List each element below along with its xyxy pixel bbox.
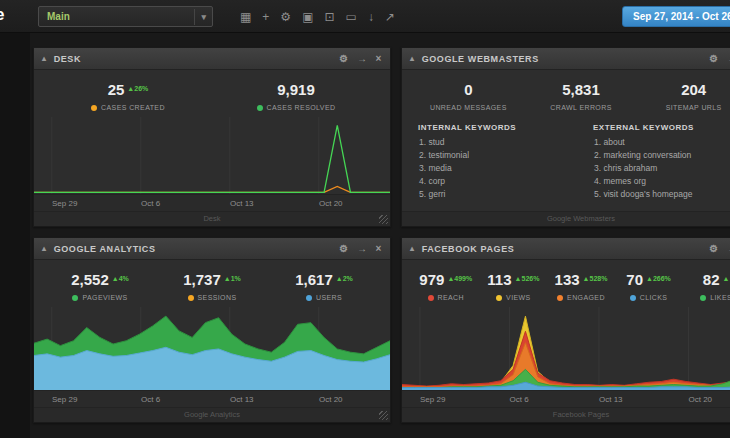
stat-cases-created: 25▲26% CASES CREATED xyxy=(44,81,212,111)
collapse-icon[interactable]: ▴ xyxy=(410,244,415,253)
x-tick: Sep 29 xyxy=(402,395,492,404)
stat-value: 82 xyxy=(703,271,720,288)
widget-header-webmasters[interactable]: ▴ GOOGLE WEBMASTERS ⚙ → × xyxy=(402,48,730,70)
widget-header-analytics[interactable]: ▴ GOOGLE ANALYTICS ⚙ → × xyxy=(34,238,390,260)
stat-clicks: 70▲266% CLICKS xyxy=(615,271,683,301)
widget-header-desk[interactable]: ▴ DESK ⚙ → × xyxy=(34,48,390,70)
stat-label: PAGEVIEWS xyxy=(82,294,127,301)
stat-value: 204 xyxy=(681,81,706,98)
stat-value: 113 xyxy=(487,271,511,288)
stat-change: ▲266% xyxy=(646,275,671,282)
resize-handle[interactable] xyxy=(379,215,388,224)
x-tick: Oct 13 xyxy=(581,395,671,404)
external-keywords-title: EXTERNAL KEYWORDS xyxy=(593,123,730,132)
widget-settings-icon[interactable]: ⚙ xyxy=(339,243,349,254)
stat-label: CASES RESOLVED xyxy=(267,104,336,111)
stats-row: 979▲499% REACH 113▲526% VIEWS 133▲528% E… xyxy=(402,260,730,307)
x-axis: Sep 29 Oct 6 Oct 13 Oct 20 xyxy=(34,390,390,407)
widget-header-facebook[interactable]: ▴ FACEBOOK PAGES ⚙ → × xyxy=(402,238,730,260)
image-export-icon[interactable]: ▣ xyxy=(302,11,313,23)
keyword-item: gerri xyxy=(419,189,569,199)
legend-dot xyxy=(700,295,706,301)
stat-cases-resolved: 9,919 CASES RESOLVED xyxy=(212,81,380,111)
stat-value: 1,617 xyxy=(295,271,333,288)
x-tick: Sep 29 xyxy=(34,395,123,404)
collapse-icon[interactable]: ▴ xyxy=(42,244,47,253)
widget-settings-icon[interactable]: ⚙ xyxy=(339,53,349,64)
topbar: e Main ▾ ▦ + ⚙ ▣ ⊡ ▭ ↓ ↗ Sep 27, 2014 - … xyxy=(0,0,730,33)
widget-footer: Desk xyxy=(34,211,390,226)
keyword-item: chris abraham xyxy=(594,163,730,173)
stat-sessions: 1,737▲1% SESSIONS xyxy=(156,271,268,301)
dashboard-select[interactable]: Main ▾ xyxy=(38,6,213,27)
stat-label: USERS xyxy=(316,294,342,301)
add-widget-icon[interactable]: + xyxy=(262,11,269,23)
legend-dot xyxy=(496,295,502,301)
widget-settings-icon[interactable]: ⚙ xyxy=(709,53,719,64)
widget-google-webmasters: ▴ GOOGLE WEBMASTERS ⚙ → × 0 UNREAD MESSA… xyxy=(401,47,730,227)
grid-icon[interactable]: ▦ xyxy=(240,11,251,23)
stat-value: 9,919 xyxy=(277,81,315,98)
stat-likes: 82▲ LIKES xyxy=(682,271,730,301)
stats-row: 0 UNREAD MESSAGES 5,831 CRAWL ERRORS 204… xyxy=(402,70,730,117)
stat-users: 1,617▲2% USERS xyxy=(268,271,380,301)
legend-dot xyxy=(188,295,194,301)
left-edge-strip xyxy=(0,0,30,438)
collapse-icon[interactable]: ▴ xyxy=(410,54,415,63)
stat-label: SESSIONS xyxy=(198,294,237,301)
stat-change: ▲2% xyxy=(336,275,353,282)
widget-close-icon[interactable]: × xyxy=(376,243,382,254)
dashboard-select-value: Main xyxy=(47,11,70,22)
legend-dot xyxy=(72,295,78,301)
x-tick: Oct 20 xyxy=(301,199,390,208)
widget-title: GOOGLE WEBMASTERS xyxy=(422,54,539,64)
stat-reach: 979▲499% REACH xyxy=(412,271,480,301)
legend-dot xyxy=(557,295,563,301)
widget-settings-icon[interactable]: ⚙ xyxy=(709,243,719,254)
stat-value: 133 xyxy=(555,271,580,288)
stat-value: 2,552 xyxy=(71,271,109,288)
stat-label: SITEMAP URLS xyxy=(666,104,722,111)
resize-handle[interactable] xyxy=(379,411,388,420)
stat-label: LIKES xyxy=(710,294,730,301)
desk-line-chart xyxy=(34,117,390,194)
export-icon[interactable]: ↗ xyxy=(385,11,395,23)
stat-value: 70 xyxy=(626,271,643,288)
stat-value: 1,737 xyxy=(183,271,221,288)
x-tick: Oct 20 xyxy=(301,395,390,404)
widget-footer: Facebook Pages xyxy=(402,407,730,422)
keyword-item: testimonial xyxy=(419,150,569,160)
stat-sitemap-urls: 204 SITEMAP URLS xyxy=(637,81,730,111)
x-axis: Sep 29 Oct 6 Oct 13 Oct 20 xyxy=(402,390,730,407)
widget-move-icon[interactable]: → xyxy=(357,243,368,254)
keyword-item: corp xyxy=(419,176,569,186)
stat-change: ▲499% xyxy=(447,275,472,282)
stat-label: VIEWS xyxy=(506,294,531,301)
widget-close-icon[interactable]: × xyxy=(376,53,382,64)
brand-logo: e xyxy=(0,5,4,25)
download-icon[interactable]: ↓ xyxy=(368,11,374,23)
link-share-icon[interactable]: ⊡ xyxy=(324,11,334,23)
stat-change: ▲ xyxy=(723,275,730,282)
keywords-section: INTERNAL KEYWORDS stud testimonial media… xyxy=(402,117,730,211)
stat-label: CLICKS xyxy=(640,294,668,301)
widget-title: GOOGLE ANALYTICS xyxy=(54,244,156,254)
stat-change: ▲4% xyxy=(112,275,129,282)
stat-change: ▲528% xyxy=(583,275,608,282)
widget-title: FACEBOOK PAGES xyxy=(422,244,515,254)
date-range-button[interactable]: Sep 27, 2014 - Oct 26, 2014 xyxy=(622,6,730,27)
x-axis: Sep 29 Oct 6 Oct 13 Oct 20 xyxy=(34,194,390,211)
internal-keywords: INTERNAL KEYWORDS stud testimonial media… xyxy=(418,123,569,209)
tv-mode-icon[interactable]: ▭ xyxy=(346,11,357,23)
widget-move-icon[interactable]: → xyxy=(357,53,368,64)
stat-change: ▲526% xyxy=(515,275,540,282)
analytics-area-chart xyxy=(34,307,390,390)
stat-unread-messages: 0 UNREAD MESSAGES xyxy=(412,81,525,111)
legend-dot xyxy=(428,295,434,301)
stat-change: ▲1% xyxy=(224,275,241,282)
settings-icon[interactable]: ⚙ xyxy=(280,11,291,23)
stat-label: UNREAD MESSAGES xyxy=(430,104,507,111)
collapse-icon[interactable]: ▴ xyxy=(42,54,47,63)
keyword-item: stud xyxy=(419,137,569,147)
widget-desk: ▴ DESK ⚙ → × 25▲26% CASES CREATED 9,919 … xyxy=(33,47,391,227)
